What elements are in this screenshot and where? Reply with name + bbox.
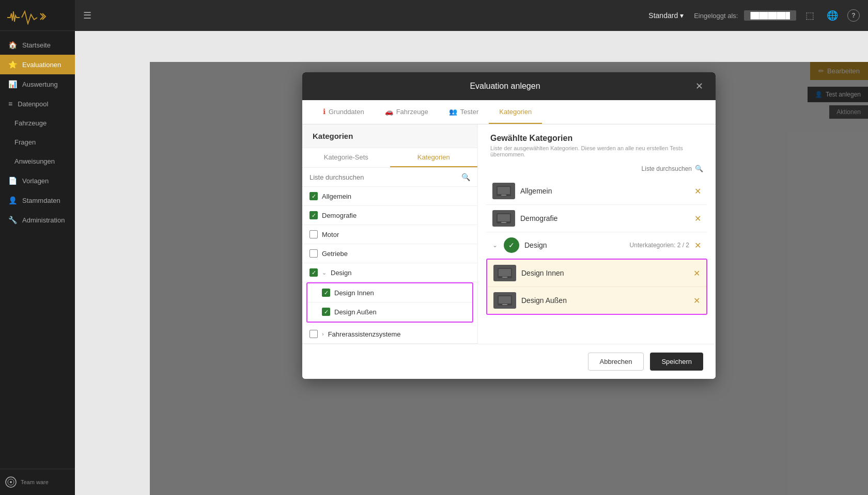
right-panel-list: Allgemein ✕ Demografie ✕	[478, 178, 716, 344]
list-item-allgemein: ✓ Allgemein	[302, 187, 477, 206]
standard-label: Standard	[648, 11, 678, 20]
checkbox-fahrerassistenzsysteme[interactable]	[309, 330, 318, 338]
users-icon: 👥	[449, 108, 457, 116]
item-label-motor: Motor	[322, 231, 339, 238]
cat-name-demografie: Demografie	[520, 214, 689, 222]
right-panel-title: Gewählte Kategorien	[478, 124, 716, 145]
sidebar-item-label: Fahrzeuge	[14, 119, 47, 127]
svg-rect-7	[498, 214, 510, 221]
modal-tabs: ℹ Grunddaten 🚗 Fahrzeuge 👥 Tester Katego…	[302, 100, 716, 124]
gear-icon: 🔧	[8, 216, 17, 224]
sub-thumb-design-aussen	[493, 292, 516, 309]
sidebar-item-label: Fragen	[14, 138, 36, 146]
standard-dropdown[interactable]: Standard ▾	[648, 11, 684, 20]
remove-design-aussen-button[interactable]: ✕	[693, 296, 700, 306]
sub-item-design-innen: Design Innen ✕	[487, 260, 706, 287]
checkbox-design[interactable]: ✓	[309, 268, 318, 277]
sidebar-item-auswertung[interactable]: 📊 Auswertung	[0, 74, 75, 94]
sidebar-logo	[0, 0, 75, 31]
tab-kategorien-sub[interactable]: Kategorien	[390, 148, 478, 167]
design-subcategory-count: Unterkategorien: 2 / 2	[630, 242, 689, 249]
checkbox-getriebe[interactable]	[309, 249, 318, 258]
save-button[interactable]: Speichern	[650, 353, 703, 371]
logged-in-label: Eingeloggt als:	[694, 12, 738, 20]
tab-kategorie-sets[interactable]: Kategorie-Sets	[302, 148, 390, 167]
list-item-demografie: ✓ Demografie	[302, 206, 477, 225]
item-label-design: Design	[331, 269, 351, 277]
template-icon: 📄	[8, 177, 17, 185]
sidebar-item-label: Evaluationen	[22, 61, 61, 69]
logout-icon[interactable]: ⬚	[802, 8, 817, 23]
svg-rect-10	[499, 269, 511, 276]
expand-design-right-icon[interactable]: ⌄	[492, 242, 498, 249]
svg-rect-4	[498, 187, 510, 194]
left-panel-search-input[interactable]	[309, 173, 458, 181]
svg-point-2	[10, 481, 12, 483]
sidebar-item-datenpool[interactable]: ≡ Datenpool	[0, 94, 75, 114]
sidebar-item-label: Anweisungen	[14, 157, 55, 165]
checkbox-demografie[interactable]: ✓	[309, 211, 318, 219]
svg-rect-13	[499, 296, 511, 304]
tab-fahrzeuge[interactable]: 🚗 Fahrzeuge	[375, 100, 439, 124]
remove-demografie-button[interactable]: ✕	[694, 214, 701, 223]
tab-tester-label: Tester	[460, 108, 478, 116]
item-label-allgemein: Allgemein	[322, 193, 351, 200]
sub-name-design-aussen: Design Außen	[521, 296, 688, 305]
left-panel-list: ✓ Allgemein ✓ Demografie Motor	[302, 187, 477, 344]
tab-kategorien-label: Kategorien	[499, 108, 532, 116]
chevron-down-icon: ▾	[680, 11, 684, 20]
list-icon: ≡	[8, 100, 12, 108]
checkbox-design-aussen[interactable]: ✓	[322, 308, 330, 316]
sidebar-item-anweisungen[interactable]: Anweisungen	[0, 152, 75, 171]
remove-design-button[interactable]: ✕	[694, 241, 701, 250]
checkbox-allgemein[interactable]: ✓	[309, 192, 318, 200]
cat-item-design: ⌄ ✓ Design Unterkategorien: 2 / 2 ✕	[486, 232, 707, 259]
design-check-icon: ✓	[504, 237, 519, 253]
cat-name-allgemein: Allgemein	[520, 187, 689, 195]
globe-icon[interactable]: 🌐	[824, 8, 841, 23]
expand-fahrerassistenz-icon[interactable]: ›	[322, 331, 324, 337]
car-icon: 🚗	[385, 108, 393, 116]
item-label-design-innen: Design Innen	[334, 289, 374, 297]
list-item-design-innen: ✓ Design Innen	[307, 283, 472, 302]
sidebar-item-label: Stammdaten	[22, 197, 60, 204]
right-panel-subtitle: Liste der ausgewählten Kategorien. Diese…	[478, 145, 716, 162]
home-icon: 🏠	[8, 41, 17, 49]
right-panel: Gewählte Kategorien Liste der ausgewählt…	[478, 124, 716, 344]
item-label-demografie: Demografie	[322, 212, 357, 219]
sidebar-item-vorlagen[interactable]: 📄 Vorlagen	[0, 171, 75, 190]
sidebar-item-fahrzeuge[interactable]: Fahrzeuge	[0, 114, 75, 133]
checkbox-motor[interactable]	[309, 230, 318, 238]
item-label-getriebe: Getriebe	[322, 250, 348, 258]
chart-icon: 📊	[8, 80, 17, 88]
modal-footer: Abbrechen Speichern	[302, 344, 716, 379]
person-icon: 👤	[8, 196, 17, 204]
brand-name: Team ware	[21, 479, 49, 485]
sidebar-item-label: Auswertung	[22, 81, 58, 88]
hamburger-menu-icon[interactable]: ☰	[83, 10, 91, 21]
svg-rect-14	[502, 304, 507, 305]
cancel-button[interactable]: Abbrechen	[588, 353, 644, 371]
help-icon[interactable]: ?	[847, 9, 860, 22]
modal-body: Kategorien Kategorie-Sets Kategorien 🔍	[302, 124, 716, 344]
search-icon: 🔍	[461, 173, 470, 181]
tab-kategorien[interactable]: Kategorien	[489, 100, 542, 124]
tab-grunddaten[interactable]: ℹ Grunddaten	[313, 100, 375, 124]
expand-design-icon[interactable]: ⌄	[322, 269, 327, 276]
list-item-motor: Motor	[302, 225, 477, 244]
list-item-getriebe: Getriebe	[302, 244, 477, 263]
tab-tester[interactable]: 👥 Tester	[439, 100, 489, 124]
sidebar-item-evaluationen[interactable]: ⭐ Evaluationen	[0, 55, 75, 74]
sidebar-item-fragen[interactable]: Fragen	[0, 133, 75, 152]
list-item-design-aussen: ✓ Design Außen	[307, 302, 472, 322]
design-subitems-highlight: ✓ Design Innen ✓ Design Außen	[306, 282, 473, 323]
modal-close-button[interactable]: ✕	[695, 81, 703, 92]
remove-design-innen-button[interactable]: ✕	[693, 268, 700, 278]
sidebar-item-administration[interactable]: 🔧 Administration	[0, 210, 75, 230]
checkbox-design-innen[interactable]: ✓	[322, 289, 330, 297]
sidebar-item-stammdaten[interactable]: 👤 Stammdaten	[0, 190, 75, 210]
sidebar-item-startseite[interactable]: 🏠 Startseite	[0, 35, 75, 55]
remove-allgemein-button[interactable]: ✕	[694, 186, 701, 196]
right-panel-search-input[interactable]	[614, 165, 692, 172]
sub-item-design-aussen: Design Außen ✕	[487, 287, 706, 314]
